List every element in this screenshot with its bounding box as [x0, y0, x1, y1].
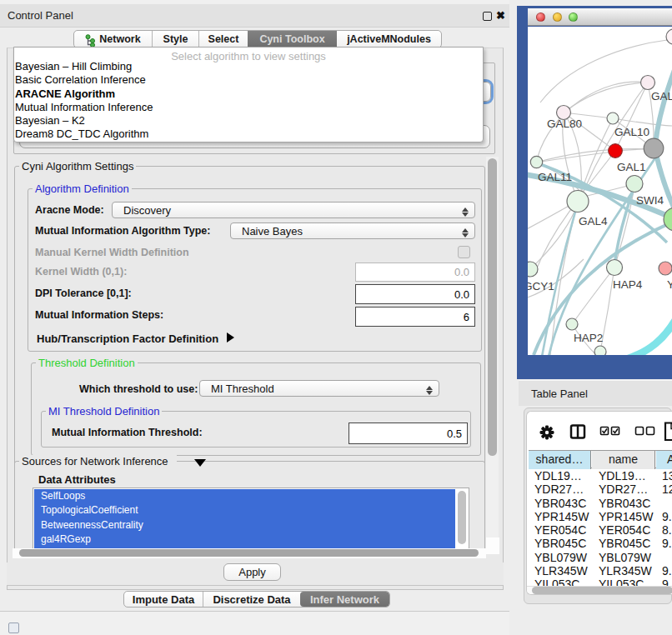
- svg-text:Y: Y: [667, 278, 672, 291]
- svg-text:GAL11: GAL11: [538, 171, 572, 183]
- svg-text:GAL1: GAL1: [617, 161, 646, 173]
- svg-text:GAL4: GAL4: [579, 215, 608, 228]
- svg-text:GAL7: GAL7: [651, 90, 672, 102]
- svg-text:GAL80: GAL80: [547, 118, 582, 130]
- svg-text:HAP4: HAP4: [613, 278, 643, 291]
- svg-text:HAP2: HAP2: [574, 332, 603, 344]
- svg-text:GCY1: GCY1: [528, 280, 554, 292]
- svg-text:GAL10: GAL10: [614, 126, 649, 138]
- svg-text:SWI4: SWI4: [636, 194, 664, 207]
